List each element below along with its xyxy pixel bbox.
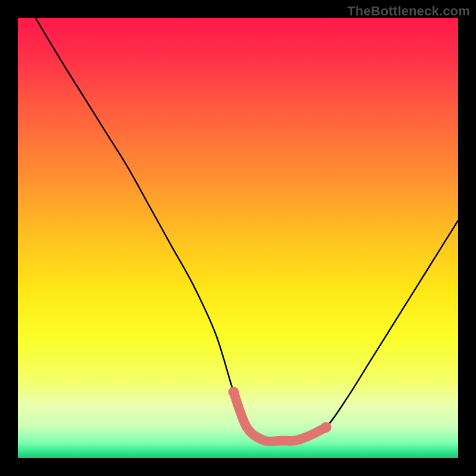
watermark-text: TheBottleneck.com [347,4,470,19]
chart-container: TheBottleneck.com [0,0,476,476]
highlight-endpoint-left [228,387,239,397]
curve-layer [18,18,458,458]
bottleneck-curve [36,18,458,441]
highlight-band [234,392,326,441]
highlight-endpoint-right [321,422,331,433]
plot-area [18,18,458,458]
